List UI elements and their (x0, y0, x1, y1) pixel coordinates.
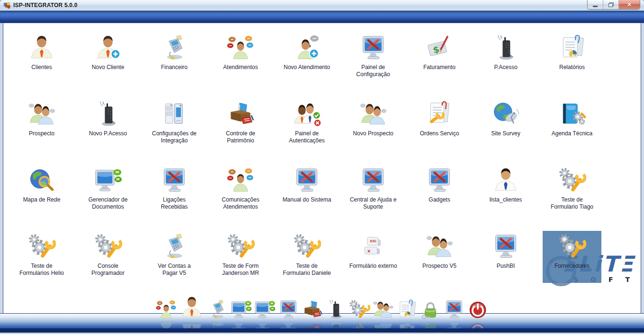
monitor-tools-icon (293, 165, 321, 195)
person-icon (27, 32, 56, 62)
app-central-de-ajuda-e-suporte[interactable]: Central de Ajuda e Suporte (344, 165, 402, 217)
monitor-tools-icon (425, 165, 454, 195)
app-liga-es-recebidas[interactable]: Ligações Recebidas (145, 165, 204, 217)
dock-reflection (206, 320, 228, 328)
two-people-icon (27, 98, 56, 129)
two-people-icon (372, 299, 394, 321)
dock-reflection (467, 320, 489, 328)
dock-controle-patrimonio[interactable] (301, 299, 323, 328)
app-label: Mapa de Rede (23, 195, 61, 203)
app-agenda-t-cnica[interactable]: Agenda Técnica (543, 98, 601, 150)
app-financeiro[interactable]: Financeiro (145, 32, 204, 84)
chat-person-icon (226, 165, 255, 195)
restore-button[interactable] (603, 0, 619, 9)
app-novo-p-acesso[interactable]: Novo P.Acesso (79, 98, 137, 150)
app-gerenciador-de-documentos[interactable]: Gerenciador de Documentos (79, 165, 137, 217)
app-pushbi[interactable]: PushBI (476, 231, 535, 283)
app-fornecedores[interactable]: Fornecedores (543, 231, 601, 283)
app-clientes[interactable]: Clientes (12, 32, 71, 84)
app-p-acesso[interactable]: P.Acesso (476, 32, 535, 84)
app-atendimentos[interactable]: Atendimentos (211, 32, 270, 84)
router-icon (325, 299, 347, 321)
app-label: Central de Ajuda e Suporte (349, 195, 398, 211)
chat-person-icon (226, 32, 255, 62)
app-label: Novo P.Acesso (89, 129, 127, 137)
app-novo-cliente[interactable]: Novo Cliente (79, 32, 137, 84)
app-novo-prospecto[interactable]: Novo Prospecto (344, 98, 402, 150)
report-icon (558, 32, 586, 62)
app-teste-de-formularios-helio[interactable]: Teste de Formularios Helio (12, 231, 71, 283)
close-button[interactable]: ✕ (619, 0, 640, 9)
dock-painel-configuracao[interactable] (277, 299, 299, 328)
dock-console-programador[interactable] (349, 299, 370, 328)
app-ver-contas-a-pagar-v5[interactable]: Ver Contas a Pagar V5 (145, 231, 204, 283)
app-label: Novo Cliente (92, 62, 125, 71)
app-label: Gadgets (429, 195, 450, 203)
app-label: Formulário externo (349, 261, 397, 270)
app-comunica-es-atendimentos[interactable]: Comunicações Atendimentos (211, 165, 270, 217)
chat-person-plus-icon (293, 32, 321, 62)
app-relat-rios[interactable]: Relatórios (543, 32, 601, 84)
app-prospecto[interactable]: Prospecto (12, 98, 71, 150)
monitor-tools-icon (277, 299, 299, 321)
app-label: Fornecedores (555, 261, 590, 270)
dock-reflection (396, 320, 418, 328)
monitor-bubbles-icon (94, 165, 122, 195)
app-site-survey[interactable]: Site Survey (476, 98, 535, 150)
dock-seguranca[interactable] (420, 299, 441, 328)
app-ordens-servi-o[interactable]: Ordens Serviço (410, 98, 469, 150)
app-faturamento[interactable]: Faturamento (410, 32, 469, 84)
title-bar[interactable]: ISP-INTEGRATOR 5.0.0 ✕ (0, 0, 644, 11)
dock-reflection (230, 320, 252, 328)
app-painel-de-configura-o[interactable]: Painel de Configuração (344, 32, 402, 84)
person-plus-icon (94, 32, 122, 62)
app-teste-de-formulario-tiago[interactable]: Teste de Formulario Tiago (543, 165, 601, 217)
app-painel-de-autentica-es[interactable]: Painel de Autenticações (277, 98, 336, 150)
app-label: Teste de Formulario Tiago (547, 195, 597, 211)
patrimonio-icon (226, 98, 255, 129)
app-label: Novo Atendimento (284, 62, 330, 71)
app-label: Painel de Configuração (349, 62, 398, 78)
app-novo-atendimento[interactable]: Novo Atendimento (277, 32, 336, 84)
app-prospecto-v5[interactable]: Prospecto V5 (410, 231, 469, 283)
dock-reflection (443, 320, 465, 328)
app-label: Prospecto (29, 129, 54, 137)
lock-icon (420, 299, 441, 321)
app-mapa-de-rede[interactable]: Mapa de Rede (12, 165, 71, 217)
app-label: Site Survey (491, 129, 520, 137)
dock-gadgets[interactable] (443, 299, 465, 328)
dock-atendimentos[interactable] (155, 299, 177, 328)
app-label: Manual do Sistema (283, 195, 331, 203)
patrimonio-icon (301, 299, 323, 321)
app-label: Atendimentos (223, 62, 258, 71)
app-grid: ClientesNovo ClienteFinanceiroAtendiment… (3, 23, 601, 283)
desktop-area: ΞLiTΞ SOFT ClientesNovo ClienteFinanceir… (3, 23, 641, 314)
dock-clientes[interactable] (179, 295, 205, 328)
app-label: Teste de Form Janderson MR (216, 261, 265, 277)
router-icon (94, 98, 122, 129)
quick-launch-dock (0, 295, 644, 328)
minimize-button[interactable] (588, 0, 603, 9)
app-configura-es-de-integra-o[interactable]: Configurações de Integração (145, 98, 204, 150)
person-tie-icon (492, 165, 520, 195)
app-formul-rio-externo[interactable]: Formulário externo (344, 231, 402, 283)
app-console-programador[interactable]: Console Programador (79, 231, 137, 283)
app-controle-de-patrim-nio[interactable]: Controle de Patrimônio (211, 98, 270, 150)
dock-gerenciador-documentos[interactable] (230, 299, 252, 328)
dock-reflection (179, 320, 205, 328)
dock-gerenciador-documentos-2[interactable] (254, 299, 276, 328)
dock-financeiro[interactable] (206, 299, 228, 328)
app-lista-clientes[interactable]: lista_clientes (476, 165, 535, 217)
app-gadgets[interactable]: Gadgets (410, 165, 469, 217)
app-label: Ver Contas a Pagar V5 (150, 261, 199, 277)
dock-prospecto[interactable] (372, 299, 394, 328)
dock-relatorios[interactable] (396, 299, 418, 328)
globe-dish-icon (492, 98, 520, 129)
app-teste-de-formulario-daniele[interactable]: Teste de Formulario Daniele (277, 231, 336, 283)
app-manual-do-sistema[interactable]: Manual do Sistema (277, 165, 336, 217)
form-key-icon (359, 231, 387, 261)
dock-sair[interactable] (467, 299, 489, 328)
app-teste-de-form-janderson-mr[interactable]: Teste de Form Janderson MR (211, 231, 270, 283)
dock-p-acesso[interactable] (325, 299, 347, 328)
app-label: Prospecto V5 (422, 261, 456, 270)
